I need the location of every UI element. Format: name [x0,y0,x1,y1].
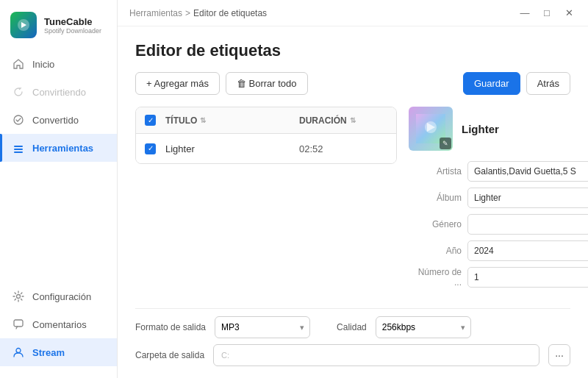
maximize-button[interactable]: □ [537,4,557,22]
detail-song-title: Lighter [462,123,499,135]
titlebar: Herramientas > Editor de etiquetas — □ ✕ [118,0,588,26]
app-logo: TuneCable Spotify Downloader [0,0,117,47]
title-sort-icon: ⇅ [200,116,206,124]
sidebar-nav: Inicio Convirtiendo Convertido [0,47,117,378]
folder-browse-button[interactable]: ··· [548,344,570,366]
minimize-button[interactable]: — [514,4,535,22]
row-checkbox[interactable]: ✓ [145,143,156,154]
input-album[interactable] [467,188,588,208]
svg-rect-6 [14,320,23,327]
svg-rect-3 [14,149,23,150]
folder-input[interactable] [213,344,539,366]
check-icon [12,113,25,126]
label-genero: Género [409,219,462,229]
sidebar-label-inicio: Inicio [32,59,54,70]
sidebar-bottom: Configuración Comentarios [0,282,117,375]
delete-button[interactable]: 🗑 Borrar todo [226,72,308,95]
sidebar-item-herramientas[interactable]: Herramientas [0,134,117,162]
sidebar-label-stream: Stream [32,347,65,358]
detail-fields: Artista Álbum Género Año [409,161,570,288]
tool-icon [12,141,25,154]
svg-rect-2 [14,146,23,147]
table-section: ✓ TÍTULO ⇅ DURACIÓN ⇅ [135,107,397,308]
folder-label: Carpeta de salida [135,350,204,360]
toolbar: + Agregar más 🗑 Borrar todo Guardar Atrá… [135,72,570,95]
sidebar-item-configuracion[interactable]: Configuración [0,282,117,310]
header-checkbox[interactable]: ✓ [145,115,156,126]
sidebar-item-comentarios[interactable]: Comentarios [0,310,117,338]
app-name: TuneCable [44,16,101,27]
svg-rect-4 [14,151,23,153]
sidebar-label-comentarios: Comentarios [32,319,87,330]
sidebar-label-configuracion: Configuración [32,291,91,302]
input-anio[interactable] [467,240,588,261]
svg-point-7 [16,349,21,353]
detail-section: ✎ Lighter Artista Álbum [409,107,570,308]
quality-label: Calidad [337,322,367,332]
row-check: ✓ [145,143,165,154]
save-button[interactable]: Guardar [463,72,520,95]
format-label: Formato de salida [135,322,206,332]
field-artista: Artista [409,161,570,182]
format-select-wrap: MP3 AAC FLAC WAV OGG [215,316,310,338]
row-duration: 02:52 [299,143,387,154]
breadcrumb-parent: Herramientas [129,8,182,18]
footer-format-row: Formato de salida MP3 AAC FLAC WAV OGG C… [135,316,570,338]
sidebar-label-herramientas: Herramientas [32,143,93,154]
page-title: Editor de etiquetas [135,41,570,60]
field-album: Álbum [409,188,570,208]
field-anio: Año [409,240,570,261]
main-content: Herramientas > Editor de etiquetas — □ ✕… [118,0,588,378]
sidebar-item-stream[interactable]: Stream [0,338,117,366]
sidebar-item-convirtiendo: Convirtiendo [0,78,117,106]
song-table: ✓ TÍTULO ⇅ DURACIÓN ⇅ [135,107,397,164]
breadcrumb-current: Editor de etiquetas [193,8,267,18]
gear-icon [12,290,25,303]
svg-point-5 [17,295,21,299]
window-controls: — □ ✕ [514,4,579,22]
label-anio: Año [409,246,462,256]
quality-select-wrap: 128kbps 192kbps 256kbps 320kbps [376,316,471,338]
quality-select[interactable]: 128kbps 192kbps 256kbps 320kbps [376,316,471,338]
breadcrumb: Herramientas > Editor de etiquetas [129,8,267,18]
app-subtitle: Spotify Downloader [44,27,101,35]
sidebar-label-convertido: Convertido [32,115,79,126]
detail-card: ✎ Lighter Artista Álbum [409,107,570,288]
input-numero[interactable] [467,267,588,288]
album-art[interactable]: ✎ [409,107,453,151]
svg-point-1 [14,115,23,124]
content-body: ✓ TÍTULO ⇅ DURACIÓN ⇅ [135,107,570,308]
table-header: ✓ TÍTULO ⇅ DURACIÓN ⇅ [136,107,396,134]
input-artista[interactable] [467,161,588,182]
label-numero: Número de ... [409,267,462,288]
detail-header: ✎ Lighter [409,107,570,151]
logo-icon [10,12,37,38]
home-icon [12,57,25,71]
user-icon [12,346,25,359]
add-button[interactable]: + Agregar más [135,72,220,95]
footer-folder-row: Carpeta de salida ··· [135,344,570,366]
label-album: Álbum [409,193,462,203]
sidebar-item-inicio[interactable]: Inicio [0,50,117,78]
page-content: Editor de etiquetas + Agregar más 🗑 Borr… [118,26,588,378]
refresh-icon [12,85,25,99]
field-numero: Número de ... [409,267,570,288]
header-check: ✓ [145,115,165,126]
input-genero[interactable] [467,214,588,235]
sidebar-item-convertido[interactable]: Convertido [0,106,117,134]
header-title: TÍTULO ⇅ [165,115,299,126]
sidebar-label-convirtiendo: Convirtiendo [32,87,86,98]
sidebar: TuneCable Spotify Downloader Inicio Conv… [0,0,118,378]
header-duration: DURACIÓN ⇅ [299,115,387,126]
back-button[interactable]: Atrás [526,72,570,95]
field-genero: Género [409,214,570,235]
format-select[interactable]: MP3 AAC FLAC WAV OGG [215,316,310,338]
table-row[interactable]: ✓ Lighter 02:52 [136,134,396,163]
album-art-edit-icon[interactable]: ✎ [440,138,451,149]
close-button[interactable]: ✕ [559,4,579,22]
label-artista: Artista [409,166,462,176]
comment-icon [12,318,25,331]
duration-sort-icon: ⇅ [350,116,356,124]
row-title: Lighter [165,143,299,154]
breadcrumb-separator: > [185,8,190,18]
